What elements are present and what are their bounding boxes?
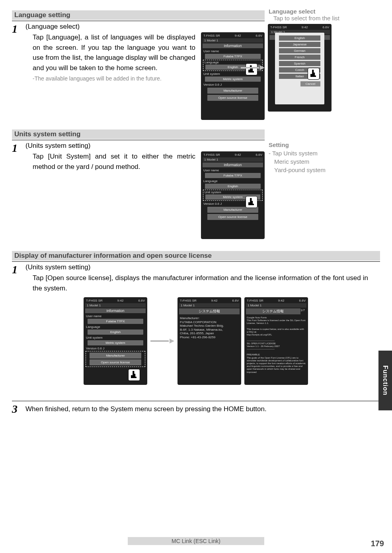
mock-screen-manufacturer: T-FHSS SR9:426.6V 1 Model 1 システム情報 Manuf… bbox=[177, 297, 241, 385]
section-heading-language: Language setting bbox=[12, 10, 265, 20]
step-text: Tap [Open source license], displays the … bbox=[25, 273, 380, 293]
step-text: Tap [Unit System] and set it to either t… bbox=[25, 151, 197, 172]
mock-screen-info-units: T-FHSS SR9:426.6V 1 Model 1 Information … bbox=[201, 151, 265, 239]
side-note: Setting - Tap Units system Meric system … bbox=[269, 141, 380, 174]
page-number: 179 bbox=[371, 539, 384, 548]
tap-hand-icon bbox=[246, 196, 257, 208]
arrow-right-icon bbox=[150, 339, 174, 343]
footer-label: MC Link (ESC Link) bbox=[128, 537, 264, 545]
step-title: (Units system setting) bbox=[25, 263, 380, 271]
tap-hand-icon bbox=[308, 68, 320, 80]
step-number: 1 bbox=[12, 23, 23, 35]
side-subtext: Tap to select from the list bbox=[269, 15, 380, 22]
step-number: 3 bbox=[12, 403, 23, 415]
side-tab-function: Function bbox=[378, 351, 392, 410]
mock-screen-language-list: T-FHSS SR9:426.6V 1 Model 1 Information … bbox=[268, 24, 332, 112]
section-heading-manufacturer: Display of manufacturer information and … bbox=[12, 251, 380, 261]
step-title: (Language select) bbox=[25, 23, 265, 31]
tap-hand-icon bbox=[128, 369, 140, 381]
arrow-right-icon bbox=[241, 65, 265, 70]
step-text: Tap [Language], a list of languages will… bbox=[25, 32, 197, 73]
mock-screen-info-license: T-FHSS SR9:426.6V 1 Model 1 Information … bbox=[84, 297, 147, 385]
side-heading: Language select bbox=[269, 8, 380, 15]
mock-screen-license-text: T-FHSS SR9:426.6V 1 Model 1 システム情報 1/7 G… bbox=[244, 297, 308, 385]
step-title: (Units system setting) bbox=[25, 142, 265, 150]
step-number: 1 bbox=[12, 142, 23, 154]
step-number: 1 bbox=[12, 263, 23, 275]
section-heading-units: Units system setting bbox=[12, 129, 265, 139]
step-note: -The available languages will be added i… bbox=[25, 75, 197, 82]
step-text: When finished, return to the System menu… bbox=[25, 403, 380, 413]
mock-screen-info-language: T-FHSS SR9:426.6V 1 Model 1 Information … bbox=[201, 32, 265, 120]
